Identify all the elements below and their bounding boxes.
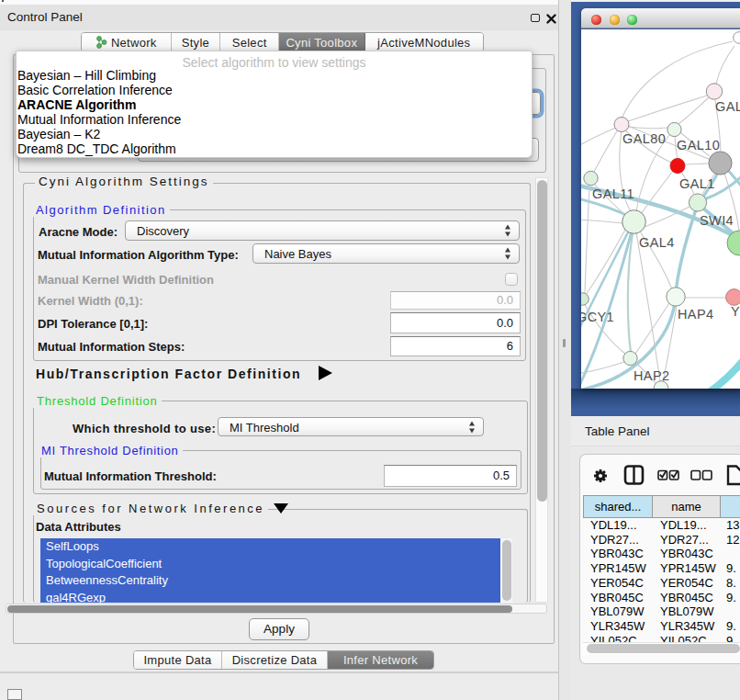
svg-text:GAL4: GAL4 [639,235,675,250]
svg-text:GAL10: GAL10 [677,138,720,152]
svg-text:GAL80: GAL80 [622,131,666,146]
svg-text:GAL11: GAL11 [592,186,634,201]
svg-text:GAL1: GAL1 [679,176,715,191]
svg-text:Y: Y [731,304,740,319]
svg-text:HAP4: HAP4 [678,307,713,322]
svg-text:GAL: GAL [715,99,740,114]
svg-text:GCY1: GCY1 [581,310,614,324]
svg-text:HAP2: HAP2 [633,368,669,383]
svg-text:SWI4: SWI4 [700,213,734,228]
